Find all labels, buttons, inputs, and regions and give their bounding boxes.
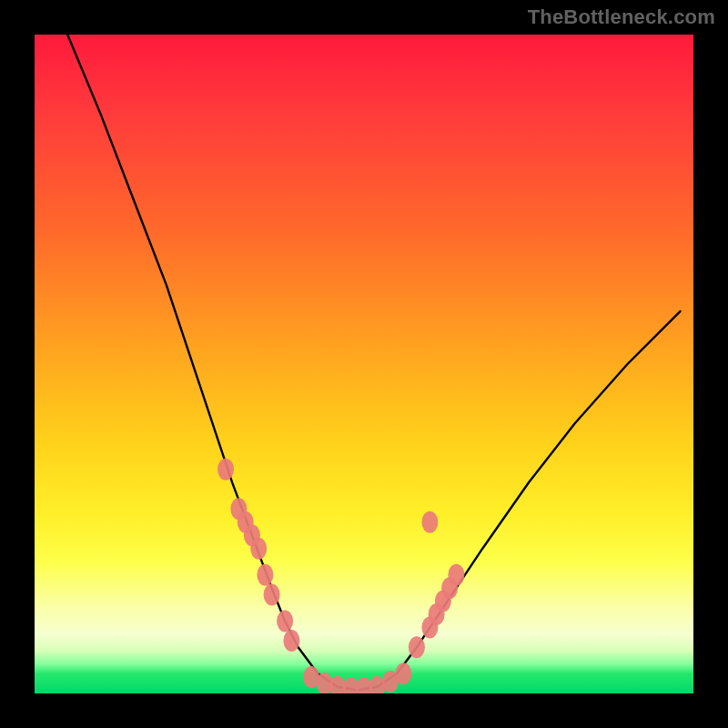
data-marker <box>257 564 273 586</box>
data-marker <box>409 636 425 658</box>
chart-stage: TheBottleneck.com <box>0 0 728 728</box>
data-marker <box>448 564 464 586</box>
watermark-text: TheBottleneck.com <box>528 5 715 29</box>
data-marker <box>395 662 411 684</box>
data-marker <box>283 630 299 652</box>
plot-area <box>35 35 693 693</box>
data-marker <box>250 538 267 560</box>
plot-svg <box>35 35 693 693</box>
bottleneck-curve <box>67 35 680 690</box>
data-marker <box>277 610 293 632</box>
data-marker <box>421 511 438 533</box>
data-marker <box>264 583 280 605</box>
data-marker <box>217 459 234 480</box>
